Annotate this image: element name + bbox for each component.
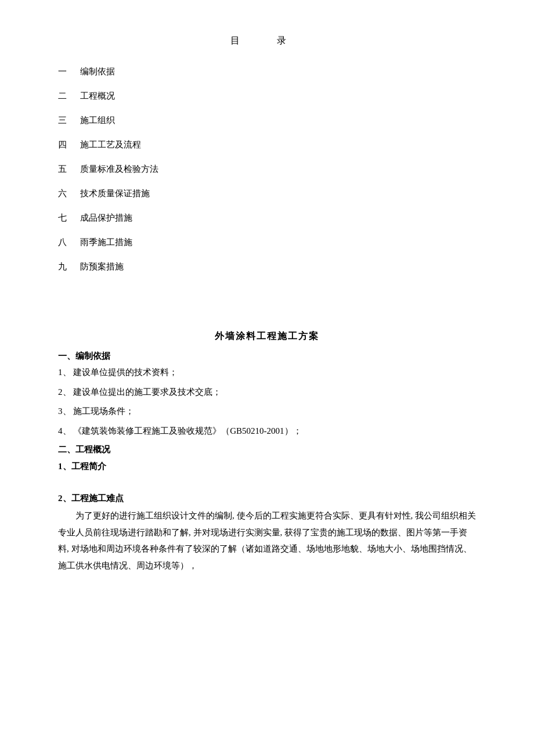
toc-item-8: 九 防预案措施 — [58, 260, 476, 273]
doc-list-item-0: 1、 建设单位提供的技术资料； — [58, 365, 476, 380]
sub1-heading: 1、工程简介 — [58, 461, 476, 472]
main-content: 外墙涂料工程施工方案 一、编制依据 1、 建设单位提供的技术资料；2、 建设单位… — [58, 330, 476, 574]
toc-item-num-5: 六 — [58, 186, 75, 200]
doc-list-item-1: 2、 建设单位提出的施工要求及技术交底； — [58, 385, 476, 400]
doc-list-item-2: 3、 施工现场条件； — [58, 404, 476, 419]
spacer-1 — [58, 284, 476, 307]
toc-item-num-4: 五 — [58, 162, 75, 176]
body-text: 为了更好的进行施工组织设计文件的编制, 使今后的工程实施更符合实际、更具有针对性… — [58, 507, 476, 574]
doc-list-item-3: 4、 《建筑装饰装修工程施工及验收规范》（GB50210-2001）； — [58, 424, 476, 439]
toc-item-label-6: 成品保护措施 — [75, 211, 132, 225]
toc-item-label-5: 技术质量保证措施 — [75, 186, 150, 200]
toc-item-2: 三 施工组织 — [58, 113, 476, 127]
list-items-container: 1、 建设单位提供的技术资料；2、 建设单位提出的施工要求及技术交底；3、 施工… — [58, 365, 476, 438]
spacer-2 — [58, 307, 476, 330]
toc-section: 目 录 一 编制依据二 工程概况三 施工组织四 施工工艺及流程五 质量标准及检验… — [58, 35, 476, 273]
toc-item-3: 四 施工工艺及流程 — [58, 138, 476, 152]
toc-item-label-3: 施工工艺及流程 — [75, 138, 141, 152]
toc-item-label-7: 雨季施工措施 — [75, 235, 132, 249]
toc-title: 目 录 — [58, 35, 476, 47]
toc-item-num-2: 三 — [58, 113, 75, 127]
toc-item-label-0: 编制依据 — [75, 64, 115, 78]
toc-item-label-1: 工程概况 — [75, 89, 115, 103]
toc-item-5: 六 技术质量保证措施 — [58, 186, 476, 200]
toc-item-4: 五 质量标准及检验方法 — [58, 162, 476, 176]
toc-item-num-6: 七 — [58, 211, 75, 225]
toc-item-num-8: 九 — [58, 260, 75, 273]
toc-list: 一 编制依据二 工程概况三 施工组织四 施工工艺及流程五 质量标准及检验方法六 … — [58, 64, 476, 273]
toc-item-num-3: 四 — [58, 138, 75, 152]
toc-item-label-4: 质量标准及检验方法 — [75, 162, 158, 176]
doc-title: 外墙涂料工程施工方案 — [58, 330, 476, 343]
toc-item-num-7: 八 — [58, 235, 75, 249]
toc-item-label-8: 防预案措施 — [75, 260, 124, 273]
toc-item-0: 一 编制依据 — [58, 64, 476, 78]
toc-item-6: 七 成品保护措施 — [58, 211, 476, 225]
toc-item-num-0: 一 — [58, 64, 75, 78]
document-page: 目 录 一 编制依据二 工程概况三 施工组织四 施工工艺及流程五 质量标准及检验… — [0, 0, 534, 756]
spacer-3 — [58, 476, 476, 487]
toc-item-1: 二 工程概况 — [58, 89, 476, 103]
sub2-heading: 2、工程施工难点 — [58, 493, 476, 504]
section2-heading: 二、工程概况 — [58, 444, 476, 455]
toc-item-num-1: 二 — [58, 89, 75, 103]
toc-item-7: 八 雨季施工措施 — [58, 235, 476, 249]
section1-heading: 一、编制依据 — [58, 351, 476, 362]
toc-item-label-2: 施工组织 — [75, 113, 115, 127]
